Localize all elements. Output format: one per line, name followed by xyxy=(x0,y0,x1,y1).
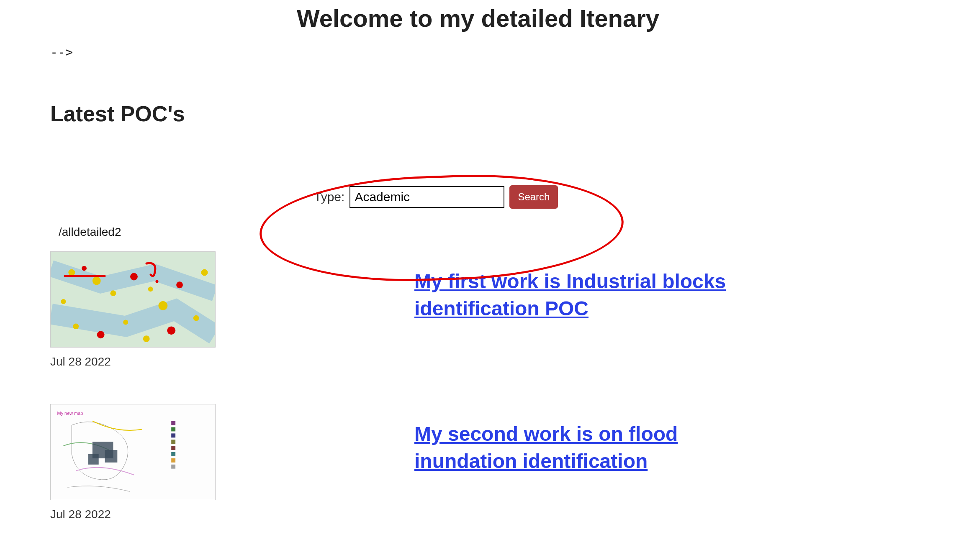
svg-point-2 xyxy=(82,266,87,271)
svg-rect-25 xyxy=(171,440,175,444)
poc-row: Jul 28 2022 My first work is Industrial … xyxy=(50,251,906,368)
svg-point-13 xyxy=(167,326,175,335)
svg-point-16 xyxy=(201,269,208,276)
svg-point-1 xyxy=(68,269,75,276)
svg-rect-23 xyxy=(171,427,175,432)
poc-date: Jul 28 2022 xyxy=(50,355,218,368)
poc-thumbnail: My new map xyxy=(50,404,216,500)
divider xyxy=(50,139,906,139)
poc-thumbnail-block: My new map Jul 2 xyxy=(50,404,218,521)
search-input[interactable] xyxy=(350,186,504,208)
svg-point-8 xyxy=(176,281,183,288)
stray-arrow-text: --> xyxy=(50,45,956,59)
svg-text:My new map: My new map xyxy=(57,411,83,416)
svg-point-11 xyxy=(123,320,128,325)
svg-rect-20 xyxy=(105,450,118,463)
svg-rect-21 xyxy=(88,454,99,465)
map-thumbnail-icon: My new map xyxy=(51,404,215,500)
map-thumbnail-icon xyxy=(51,252,215,347)
svg-point-3 xyxy=(93,276,101,285)
svg-rect-29 xyxy=(171,465,175,469)
svg-rect-17 xyxy=(51,404,215,500)
poc-thumbnail-block: Jul 28 2022 xyxy=(50,251,218,368)
svg-point-14 xyxy=(193,315,199,321)
svg-point-4 xyxy=(110,290,116,296)
svg-rect-22 xyxy=(171,421,175,425)
route-path-text: /alldetailed2 xyxy=(59,225,906,239)
svg-point-6 xyxy=(148,286,153,292)
svg-rect-28 xyxy=(171,458,175,463)
svg-point-10 xyxy=(97,331,105,338)
section-heading: Latest POC's xyxy=(50,101,906,126)
poc-title-link[interactable]: My second work is on flood inundation id… xyxy=(414,423,678,472)
poc-title: My first work is Industrial blocks ident… xyxy=(414,268,766,322)
svg-point-9 xyxy=(73,323,79,329)
poc-title: My second work is on flood inundation id… xyxy=(414,421,766,475)
poc-title-link[interactable]: My first work is Industrial blocks ident… xyxy=(414,270,726,320)
poc-thumbnail xyxy=(50,251,216,348)
search-form: Type: Search xyxy=(314,185,906,209)
svg-point-7 xyxy=(158,301,167,310)
svg-point-12 xyxy=(143,335,150,342)
svg-rect-27 xyxy=(171,452,175,456)
svg-rect-24 xyxy=(171,433,175,437)
poc-date: Jul 28 2022 xyxy=(50,508,218,521)
search-button[interactable]: Search xyxy=(509,185,558,209)
page-title: Welcome to my detailed Itenary xyxy=(0,4,956,32)
svg-point-5 xyxy=(130,273,138,281)
svg-rect-26 xyxy=(171,446,175,450)
svg-point-15 xyxy=(61,299,66,304)
poc-row: My new map Jul 2 xyxy=(50,404,906,521)
search-label: Type: xyxy=(314,190,344,204)
